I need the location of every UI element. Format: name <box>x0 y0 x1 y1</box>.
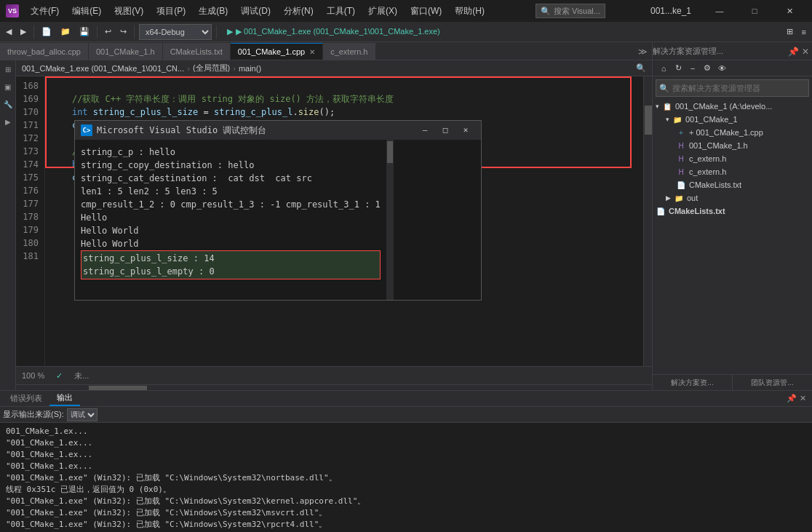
menu-view[interactable]: 视图(V) <box>108 2 149 20</box>
tree-label: + 001_CMake_1.cpp <box>689 128 763 137</box>
toolbar-sep-1 <box>33 25 34 39</box>
solution-search-input[interactable] <box>672 84 805 92</box>
menu-help[interactable]: 帮助(H) <box>449 2 490 20</box>
output-content[interactable]: 001_CMake_1.ex... "001_CMake_1.ex... "00… <box>0 423 812 532</box>
menu-file[interactable]: 文件(F) <box>25 2 65 20</box>
output-close-icon[interactable]: ✕ <box>800 394 806 403</box>
menu-tools[interactable]: 工具(T) <box>321 2 361 20</box>
solution-icon: 📋 <box>662 101 672 111</box>
output-line-5: "001_CMake_1.exe" (Win32): 已加载 "C:\Windo… <box>6 472 806 484</box>
toolbar-sep-3 <box>134 25 135 39</box>
output-panel-pin-icon[interactable]: 📌 <box>784 394 800 403</box>
tab-cextern[interactable]: c_extern.h <box>323 43 375 60</box>
debug-minimize-button[interactable]: — <box>415 121 434 140</box>
toolbar-icons-right[interactable]: ⊞ <box>784 24 796 40</box>
tree-label: out <box>687 194 698 202</box>
solution-home-icon[interactable]: ⌂ <box>657 62 670 75</box>
tab-cmake1cpp[interactable]: 001_CMake_1.cpp ✕ <box>231 43 323 60</box>
close-button[interactable]: ✕ <box>773 0 806 22</box>
menu-debug[interactable]: 调试(D) <box>235 2 276 20</box>
menu-project[interactable]: 项目(P) <box>151 2 191 20</box>
solution-tab[interactable]: 解决方案资... <box>653 375 733 390</box>
debug-close-button[interactable]: ✕ <box>456 121 475 140</box>
solution-preview-icon[interactable]: 👁 <box>715 62 728 75</box>
run-label: ▶ 001_CMake_1.exe (001_CMake_1\001_CMake… <box>236 27 440 36</box>
debug-highlighted-block: string_c_plus_l_size : 14 string_c_plus_… <box>81 250 381 279</box>
toolbar-open[interactable]: 📁 <box>57 24 73 40</box>
menu-window[interactable]: 窗口(W) <box>405 2 447 20</box>
sidebar-icon-3[interactable]: 🔧 <box>2 98 14 110</box>
tab-error-list[interactable]: 错误列表 <box>3 392 49 405</box>
run-button[interactable]: ▶ ▶ 001_CMake_1.exe (001_CMake_1\001_CMa… <box>221 24 446 40</box>
bottom-status-text: 未... <box>74 370 89 381</box>
tree-item-cmakelists-root[interactable]: 📄 CMakeLists.txt <box>656 205 809 218</box>
output-source-select[interactable]: 调试 <box>67 408 97 421</box>
right-panel: ⌂ ↻ − ⚙ 👁 🔍 ▾ 📋 001_CMake_1 (A:\develo..… <box>652 60 812 390</box>
code-line-169: //获取 C++ 字符串长度：调用 string 对象的 size() 方法，获… <box>51 92 637 106</box>
sidebar-icon-4[interactable]: ▶ <box>2 116 14 127</box>
debug-line-10: string_c_plus_l_empty : 0 <box>83 265 378 278</box>
debug-scrollbar[interactable] <box>386 140 394 300</box>
toolbar-redo[interactable]: ↪ <box>117 24 130 40</box>
tab-label: 001_CMake_1.cpp <box>238 47 305 56</box>
tree-item-h1[interactable]: H 001_CMake_1.h <box>656 139 809 152</box>
maximize-button[interactable]: □ <box>738 0 771 22</box>
debug-line-9: string_c_plus_l_size : 14 <box>83 252 378 265</box>
folder-icon: 📁 <box>672 114 682 124</box>
config-dropdown[interactable]: x64-Debug <box>139 24 212 40</box>
debug-console-content[interactable]: string_c_p : hello string_c_copy_destina… <box>75 140 386 300</box>
tree-item-cmakelists-sub[interactable]: 📄 CMakeLists.txt <box>656 178 809 191</box>
tree-label: 001_CMake_1 (A:\develo... <box>675 102 772 111</box>
editor-scrollbar-v[interactable] <box>643 76 652 366</box>
toolbar-forward[interactable]: ▶ <box>17 24 29 40</box>
h-file-icon: H <box>676 154 686 164</box>
tab-overflow[interactable]: ≫ <box>634 43 652 60</box>
editor-scrollbar-h[interactable] <box>16 384 652 390</box>
tab-cmake1h[interactable]: 001_CMake_1.h <box>89 43 163 60</box>
solution-props-icon[interactable]: ⚙ <box>701 62 714 75</box>
line-numbers: 168 169 170 171 172 173 174 175 176 177 … <box>16 76 45 366</box>
toolbar-settings[interactable]: ≡ <box>799 24 809 40</box>
solution-refresh-icon[interactable]: ↻ <box>672 62 685 75</box>
tree-item-out[interactable]: ▶ 📁 out <box>656 191 809 205</box>
right-panel-toolbar-icons: ⌂ ↻ − ⚙ 👁 <box>657 62 728 75</box>
panel-close-icon[interactable]: ✕ <box>802 47 812 57</box>
sidebar-icon-2[interactable]: ▣ <box>2 81 14 92</box>
debug-line-8: Hello World <box>81 237 381 250</box>
menu-edit[interactable]: 编辑(E) <box>66 2 107 20</box>
solution-search-bar[interactable]: 🔍 <box>656 79 809 97</box>
debug-maximize-button[interactable]: □ <box>436 121 455 140</box>
menu-build[interactable]: 生成(B) <box>193 2 234 20</box>
tab-close-icon[interactable]: ✕ <box>309 48 315 56</box>
tab-output[interactable]: 输出 <box>49 391 80 406</box>
toolbar-back[interactable]: ◀ <box>3 24 15 40</box>
tree-item-cmake1[interactable]: ▾ 📁 001_CMake_1 <box>656 113 809 126</box>
team-tab[interactable]: 团队资源管... <box>733 375 812 390</box>
tab-cmakelists[interactable]: CMakeLists.txt <box>163 43 231 60</box>
panel-pin-icon[interactable]: 📌 <box>788 47 802 57</box>
title-bar: VS 文件(F) 编辑(E) 视图(V) 项目(P) 生成(B) 调试(D) 分… <box>0 0 812 22</box>
solution-collapse-icon[interactable]: − <box>686 62 699 75</box>
menu-extend[interactable]: 扩展(X) <box>362 2 403 20</box>
output-panel: 错误列表 输出 📌 ✕ 显示输出来源(S): 调试 001_CMake_1.ex… <box>0 390 812 532</box>
editor-area: 001_CMake_1.exe (001_CMake_1\001_CN... ›… <box>16 60 652 390</box>
editor-content[interactable]: 168 169 170 171 172 173 174 175 176 177 … <box>16 76 652 366</box>
toolbar-save[interactable]: 💾 <box>76 24 92 40</box>
breadcrumb-search-icon[interactable]: 🔍 <box>636 63 646 73</box>
tree-item-cpp[interactable]: + + 001_CMake_1.cpp <box>656 126 809 139</box>
sidebar-icon-1[interactable]: ⊞ <box>2 63 14 75</box>
menu-analyze[interactable]: 分析(N) <box>278 2 319 20</box>
tree-item-cextern2[interactable]: H c_extern.h <box>656 165 809 178</box>
toolbar-new[interactable]: 📄 <box>39 24 55 40</box>
output-line-6: 线程 0x351c 已退出，返回值为 0 (0x0)。 <box>6 484 806 496</box>
tree-item-cextern1[interactable]: H c_extern.h <box>656 152 809 165</box>
tree-item-solution[interactable]: ▾ 📋 001_CMake_1 (A:\develo... <box>656 100 809 113</box>
minimize-button[interactable]: — <box>703 0 736 22</box>
tree-arrow-icon: ▶ <box>666 194 671 202</box>
output-toolbar: 显示输出来源(S): 调试 <box>0 407 812 423</box>
vs-logo: VS <box>6 4 19 17</box>
code-area[interactable]: //获取 C++ 字符串长度：调用 string 对象的 size() 方法，获… <box>45 76 643 366</box>
toolbar-undo[interactable]: ↩ <box>102 24 114 40</box>
tab-label: c_extern.h <box>330 47 367 56</box>
tab-throw[interactable]: throw_bad_alloc.cpp <box>0 43 89 60</box>
